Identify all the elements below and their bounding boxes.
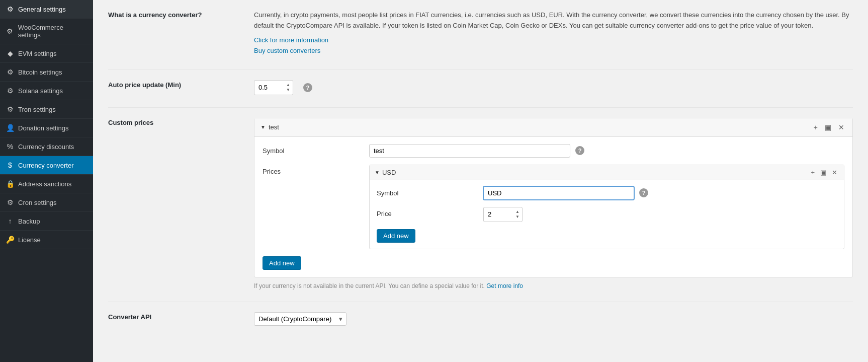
sidebar-item-tron-settings[interactable]: ⚙Tron settings — [0, 100, 93, 119]
converter-api-select[interactable]: Default (CryptoCompare)Custom — [254, 312, 346, 326]
sidebar-item-backup[interactable]: ↑Backup — [0, 212, 93, 231]
add-new-inner-wrap: Add new — [377, 229, 837, 243]
add-new-button[interactable]: Add new — [263, 256, 301, 270]
prices-field-label: Prices — [263, 165, 363, 175]
custom-prices-section: Custom prices ▼ test + ▣ ✕ — [108, 118, 853, 289]
buy-converters-link[interactable]: Buy custom converters — [254, 47, 853, 54]
sidebar-item-evm-settings[interactable]: ◆EVM settings — [0, 44, 93, 63]
converter-api-select-wrap: Default (CryptoCompare)Custom — [254, 312, 346, 326]
sidebar-label-currency-converter: Currency converter — [18, 162, 74, 169]
sidebar-item-currency-discounts[interactable]: %Currency discounts — [0, 137, 93, 156]
auto-price-label: Auto price update (Min) — [108, 80, 244, 95]
usd-panel-copy-icon[interactable]: ▣ — [819, 168, 828, 177]
test-panel-copy-icon[interactable]: ▣ — [823, 122, 833, 132]
symbol-help-icon[interactable]: ? — [575, 146, 584, 155]
symbol-field-row: Symbol ? — [263, 144, 844, 158]
sidebar-label-donation-settings: Donation settings — [18, 124, 68, 132]
info-text-wrap: If your currency is not available in the… — [254, 282, 853, 289]
what-is-label: What is a currency converter? — [108, 10, 244, 57]
sidebar-icon-backup: ↑ — [6, 217, 14, 225]
sidebar-item-address-sanctions[interactable]: 🔒Address sanctions — [0, 175, 93, 193]
auto-price-input[interactable] — [258, 84, 284, 91]
sidebar-label-tron-settings: Tron settings — [18, 106, 56, 113]
sidebar-label-general-settings: General settings — [18, 6, 66, 13]
price-field-value-wrap: ▲ ▼ — [483, 207, 837, 222]
sidebar-icon-evm-settings: ◆ — [6, 49, 14, 57]
inner-symbol-value-wrap: ? — [483, 186, 837, 200]
usd-panel-add-icon[interactable]: + — [809, 168, 816, 177]
sidebar: ⚙General settings⚙WooCommerce settings◆E… — [0, 0, 93, 362]
sidebar-label-solana-settings: Solana settings — [18, 87, 63, 95]
add-new-inner-button[interactable]: Add new — [377, 229, 415, 243]
sidebar-label-evm-settings: EVM settings — [18, 50, 57, 57]
auto-price-help-icon[interactable]: ? — [303, 83, 312, 92]
spin-down-icon[interactable]: ▼ — [286, 88, 291, 93]
converter-api-label: Converter API — [108, 312, 244, 326]
custom-prices-label: Custom prices — [108, 118, 244, 289]
auto-price-section: Auto price update (Min) ▲ ▼ ? — [108, 80, 853, 95]
click-more-link[interactable]: Click for more information — [254, 36, 853, 44]
price-input-wrapper: ▲ ▼ — [483, 207, 523, 222]
usd-panel-close-icon[interactable]: ✕ — [830, 168, 839, 177]
sidebar-icon-bitcoin-settings: ⚙ — [6, 68, 14, 76]
price-row: Price ▲ ▼ — [377, 207, 837, 222]
inner-symbol-help-icon[interactable]: ? — [639, 188, 648, 197]
usd-panel-toggle[interactable]: ▼ USD — [375, 169, 396, 176]
sidebar-label-bitcoin-settings: Bitcoin settings — [18, 68, 62, 76]
prices-field-value-wrap: ▼ USD + ▣ ✕ — [369, 165, 844, 249]
usd-panel-chevron-icon: ▼ — [375, 170, 380, 175]
test-panel-actions: + ▣ ✕ — [812, 122, 846, 132]
symbol-field-value-wrap: ? — [369, 144, 844, 158]
sidebar-icon-tron-settings: ⚙ — [6, 105, 14, 113]
sidebar-icon-currency-converter: $ — [6, 161, 14, 169]
sidebar-icon-solana-settings: ⚙ — [6, 87, 14, 95]
sidebar-item-license[interactable]: 🔑License — [0, 231, 93, 249]
usd-panel-header: ▼ USD + ▣ ✕ — [370, 165, 844, 180]
inner-symbol-input[interactable] — [483, 186, 634, 200]
converter-api-section: Converter API Default (CryptoCompare)Cus… — [108, 312, 853, 326]
auto-price-spinners: ▲ ▼ — [286, 83, 291, 93]
sidebar-label-currency-discounts: Currency discounts — [18, 143, 74, 151]
price-field-label: Price — [377, 207, 477, 218]
custom-prices-content: ▼ test + ▣ ✕ Symbol ? — [254, 118, 853, 289]
test-panel-header: ▼ test + ▣ ✕ — [254, 118, 852, 137]
test-panel-close-icon[interactable]: ✕ — [836, 122, 846, 132]
prices-field-row: Prices ▼ USD + — [263, 165, 844, 249]
test-panel-add-icon[interactable]: + — [812, 122, 820, 132]
sidebar-item-solana-settings[interactable]: ⚙Solana settings — [0, 82, 93, 100]
price-spin-up-icon[interactable]: ▲ — [515, 209, 520, 214]
sidebar-label-backup: Backup — [18, 218, 40, 225]
sidebar-label-address-sanctions: Address sanctions — [18, 180, 71, 188]
main-content: What is a currency converter? Currently,… — [93, 0, 868, 362]
sidebar-icon-address-sanctions: 🔒 — [6, 180, 14, 188]
test-panel-chevron-icon: ▼ — [261, 124, 266, 130]
test-panel-title: test — [269, 123, 279, 131]
usd-panel-title: USD — [382, 169, 396, 176]
sidebar-icon-cron-settings: ⚙ — [6, 198, 14, 206]
symbol-input[interactable] — [369, 144, 570, 158]
sidebar-item-cron-settings[interactable]: ⚙Cron settings — [0, 193, 93, 212]
auto-price-content: ▲ ▼ ? — [254, 80, 853, 95]
sidebar-item-bitcoin-settings[interactable]: ⚙Bitcoin settings — [0, 63, 93, 82]
description-text: Currently, in crypto payments, most peop… — [254, 10, 853, 31]
currency-converter-description-section: What is a currency converter? Currently,… — [108, 10, 853, 57]
sidebar-label-woocommerce-settings: WooCommerce settings — [18, 24, 87, 39]
test-panel-toggle[interactable]: ▼ test — [261, 123, 279, 131]
sidebar-item-general-settings[interactable]: ⚙General settings — [0, 0, 93, 19]
price-input[interactable] — [488, 210, 513, 218]
test-panel: ▼ test + ▣ ✕ Symbol ? — [254, 118, 853, 277]
sidebar-item-donation-settings[interactable]: 👤Donation settings — [0, 119, 93, 137]
sidebar-item-woocommerce-settings[interactable]: ⚙WooCommerce settings — [0, 19, 93, 44]
inner-symbol-label: Symbol — [377, 186, 477, 197]
price-spinners: ▲ ▼ — [515, 209, 520, 220]
sidebar-label-cron-settings: Cron settings — [18, 199, 57, 206]
converter-api-content: Default (CryptoCompare)Custom — [254, 312, 853, 326]
usd-panel-actions: + ▣ ✕ — [809, 168, 839, 177]
usd-panel-body: Symbol ? Price — [370, 180, 844, 249]
symbol-field-label: Symbol — [263, 144, 363, 155]
spin-up-icon[interactable]: ▲ — [286, 83, 291, 88]
sidebar-item-currency-converter[interactable]: $Currency converter — [0, 156, 93, 175]
get-more-info-link[interactable]: Get more info — [486, 282, 523, 289]
price-spin-down-icon[interactable]: ▼ — [515, 214, 520, 220]
inner-symbol-row: Symbol ? — [377, 186, 837, 200]
